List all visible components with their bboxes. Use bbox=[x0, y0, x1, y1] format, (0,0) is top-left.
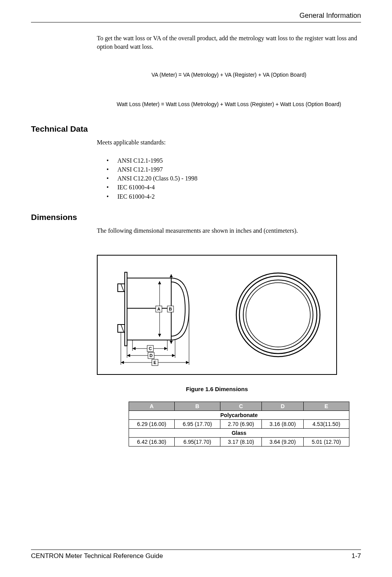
dim-label-d: D bbox=[150, 353, 153, 358]
list-item: IEC 61000-4-4 bbox=[107, 183, 361, 192]
intro-paragraph: To get the watt loss or VA of the overal… bbox=[97, 34, 361, 51]
svg-marker-18 bbox=[164, 347, 167, 350]
svg-point-36 bbox=[243, 280, 313, 350]
svg-marker-12 bbox=[170, 274, 173, 277]
heading-technical-data: Technical Data bbox=[31, 124, 361, 134]
table-cell: 3.16 (8.00) bbox=[262, 420, 304, 429]
svg-marker-17 bbox=[132, 347, 136, 350]
table-header: C bbox=[220, 402, 262, 411]
header-rule bbox=[31, 22, 361, 22]
svg-marker-30 bbox=[186, 361, 189, 364]
table-row: 6.29 (16.00) 6.95 (17.70) 2.70 (6.90) 3.… bbox=[129, 420, 349, 429]
table-cell: 6.95 (17.70) bbox=[174, 420, 220, 429]
footer-doc-title: CENTRON Meter Technical Reference Guide bbox=[31, 552, 163, 560]
svg-marker-23 bbox=[127, 354, 130, 357]
table-cell: 6.29 (16.00) bbox=[129, 420, 175, 429]
meter-front-view-icon bbox=[232, 268, 325, 361]
list-item: ANSI C12.1-1995 bbox=[107, 156, 361, 165]
equation-va: VA (Meter) = VA (Metrology) + VA (Regist… bbox=[97, 72, 361, 78]
table-group-label: Glass bbox=[129, 429, 349, 438]
page-footer: CENTRON Meter Technical Reference Guide … bbox=[31, 546, 361, 560]
table-group-label: Polycarbonate bbox=[129, 411, 349, 420]
heading-dimensions: Dimensions bbox=[31, 213, 361, 222]
list-item: ANSI C12.1-1997 bbox=[107, 165, 361, 174]
table-row: 6.42 (16.30) 6.95(17.70) 3.17 (8.10) 3.6… bbox=[129, 438, 349, 446]
svg-rect-5 bbox=[127, 278, 171, 340]
svg-marker-9 bbox=[158, 281, 161, 284]
dim-label-c: C bbox=[149, 346, 152, 351]
svg-point-35 bbox=[239, 276, 317, 354]
list-item: ANSI C12.20 (Class 0.5) - 1998 bbox=[107, 174, 361, 183]
dimensions-table: A B C D E Polycarbonate 6.29 (16.00) 6.9… bbox=[129, 402, 349, 446]
svg-marker-24 bbox=[172, 354, 175, 357]
table-cell: 6.42 (16.30) bbox=[129, 438, 175, 446]
table-cell: 2.70 (6.90) bbox=[220, 420, 262, 429]
svg-marker-10 bbox=[158, 334, 161, 337]
table-cell: 6.95(17.70) bbox=[174, 438, 220, 446]
dimensions-intro: The following dimensional measurements a… bbox=[97, 227, 361, 235]
dim-label-a: A bbox=[157, 307, 160, 311]
svg-point-37 bbox=[246, 283, 310, 347]
footer-rule bbox=[31, 550, 361, 550]
footer-page-number: 1-7 bbox=[351, 552, 361, 560]
page-section-header: General Information bbox=[31, 12, 361, 20]
technical-data-intro: Meets applicable standards: bbox=[97, 138, 361, 147]
figure-caption: Figure 1.6 Dimensions bbox=[97, 386, 337, 392]
svg-point-34 bbox=[236, 273, 320, 357]
table-cell: 3.64 (9.20) bbox=[262, 438, 304, 446]
equation-wattloss: Watt Loss (Meter) = Watt Loss (Metrology… bbox=[97, 101, 361, 107]
table-cell: 3.17 (8.10) bbox=[220, 438, 262, 446]
svg-marker-13 bbox=[170, 341, 173, 344]
table-cell: 4.53(11.50) bbox=[304, 420, 349, 429]
meter-side-view-icon: A B C bbox=[109, 263, 210, 367]
table-header: D bbox=[262, 402, 304, 411]
list-item: IEC 61000-4-2 bbox=[107, 192, 361, 201]
dim-label-e: E bbox=[153, 360, 156, 365]
table-header: A bbox=[129, 402, 175, 411]
figure-dimensions: A B C bbox=[97, 255, 361, 375]
table-cell: 5.01 (12.70) bbox=[304, 438, 349, 446]
svg-marker-29 bbox=[121, 361, 124, 364]
dim-label-b: B bbox=[169, 307, 172, 311]
table-header: E bbox=[304, 402, 349, 411]
standards-list: ANSI C12.1-1995 ANSI C12.1-1997 ANSI C12… bbox=[107, 156, 361, 201]
table-header: B bbox=[174, 402, 220, 411]
